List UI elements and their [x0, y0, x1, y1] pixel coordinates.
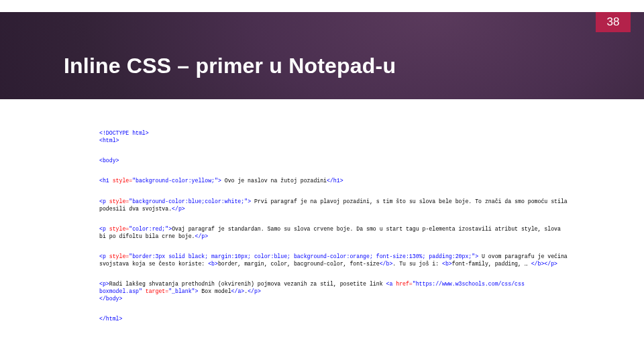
code-target-val: "_blank": [168, 288, 195, 294]
code-p2-close: </p>: [195, 233, 209, 239]
code-doctype: <!DOCTYPE html>: [99, 130, 149, 136]
code-p3-b2-text: font-family, padding, …: [452, 261, 531, 267]
code-p3-open: <p: [99, 253, 109, 259]
code-p1-open: <p: [99, 198, 109, 204]
code-p4-close: </p>: [248, 288, 261, 294]
code-block: <!DOCTYPE html> <html> <body> <h1 style=…: [99, 122, 569, 343]
code-p3-close: </p>: [544, 261, 557, 267]
code-p1-style-val: "background-color:blue;color:white;": [129, 198, 248, 204]
code-h1-text: Ovo je naslov na žutoj pozadini: [221, 178, 327, 184]
slide-title: Inline CSS – primer u Notepad-u: [64, 54, 396, 78]
slide-container: 38 Inline CSS – primer u Notepad-u <!DOC…: [0, 0, 644, 362]
code-h1-open: <h1: [99, 178, 113, 184]
code-a-open: <a: [386, 281, 396, 287]
code-b-close: </b>: [531, 261, 545, 267]
code-body-open: <body>: [99, 158, 119, 164]
code-href-attr: href=: [396, 281, 413, 287]
code-p3-text-b: . Tu su još i:: [392, 261, 442, 267]
page-number: 38: [607, 15, 620, 29]
code-b-open: <b>: [442, 261, 452, 267]
code-p3-style-attr: style=: [109, 253, 129, 259]
code-h1-style-val: "background-color:yellow;": [132, 178, 218, 184]
code-h1-style-attr: style=: [113, 178, 132, 184]
code-html-open: <html>: [99, 137, 119, 143]
code-p4-open: <p>: [99, 281, 109, 287]
code-p1-close: </p>: [172, 206, 185, 212]
code-a-close: </a>: [231, 288, 245, 294]
code-p4-text-a: Radi lakšeg shvatanja prethodnih (okvire…: [109, 281, 386, 287]
code-p2-style-val: "color:red;": [129, 226, 168, 232]
code-b-open: <b>: [208, 261, 218, 267]
code-h1-close: </h1>: [327, 178, 343, 184]
code-p2-open: <p: [99, 226, 109, 232]
code-html-close: </html>: [99, 316, 122, 322]
code-p2-style-attr: style=: [109, 226, 129, 232]
code-p3-style-val: "border:3px solid black; margin:10px; co…: [129, 253, 475, 259]
page-number-badge: 38: [596, 12, 631, 32]
code-a-text: Box model: [198, 288, 231, 294]
code-p1-style-attr: style=: [109, 198, 129, 204]
code-p3-b-text: border, margin, color, bacground-color, …: [218, 261, 380, 267]
code-target-attr: target=: [142, 288, 168, 294]
code-body-close: </body>: [99, 296, 122, 302]
code-b-close: </b>: [380, 261, 393, 267]
